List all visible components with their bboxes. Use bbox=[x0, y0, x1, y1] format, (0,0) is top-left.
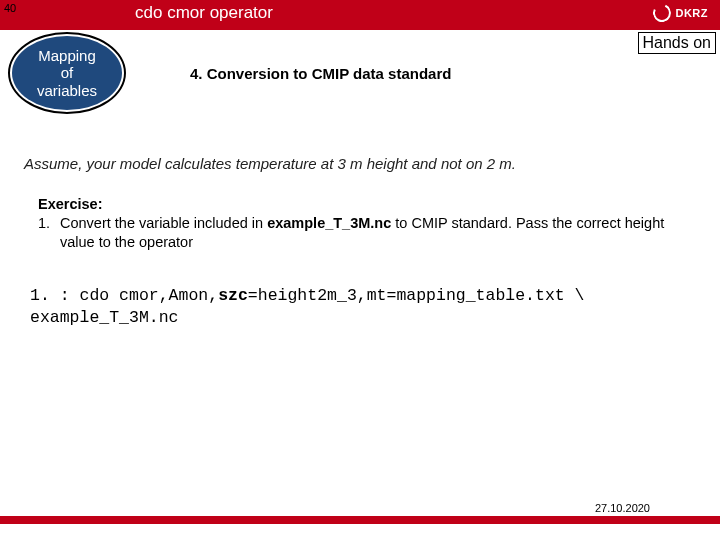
slide-number: 40 bbox=[4, 2, 16, 14]
exercise-block: Exercise: 1. Convert the variable includ… bbox=[38, 195, 682, 252]
background-swoosh bbox=[0, 120, 720, 540]
badge-line3: variables bbox=[37, 82, 97, 99]
section-subtitle: 4. Conversion to CMIP data standard bbox=[190, 65, 451, 82]
badge-line2: of bbox=[61, 64, 74, 81]
exercise-body: Convert the variable included in example… bbox=[60, 214, 682, 252]
assumption-text: Assume, your model calculates temperatur… bbox=[24, 155, 516, 172]
header-bar bbox=[0, 0, 720, 30]
exercise-label: Exercise: bbox=[38, 195, 682, 214]
exercise-text-before: Convert the variable included in bbox=[60, 215, 267, 231]
command-prefix: 1. : cdo cmor,Amon, bbox=[30, 286, 218, 305]
command-block: 1. : cdo cmor,Amon,szc=height2m_3,mt=map… bbox=[30, 285, 690, 330]
footer-date: 27.10.2020 bbox=[595, 502, 650, 514]
badge-text: Mapping of variables bbox=[37, 47, 97, 99]
slide-title: cdo cmor operator bbox=[135, 3, 273, 23]
footer-bar bbox=[0, 516, 720, 524]
logo-text: DKRZ bbox=[675, 7, 708, 19]
exercise-item: 1. Convert the variable included in exam… bbox=[38, 214, 682, 252]
org-logo: DKRZ bbox=[653, 4, 708, 22]
ellipse-fill: Mapping of variables bbox=[12, 36, 122, 110]
mapping-badge: Mapping of variables bbox=[8, 32, 126, 114]
command-keyword: szc bbox=[218, 286, 248, 305]
exercise-number: 1. bbox=[38, 214, 60, 252]
logo-ring-icon bbox=[651, 1, 674, 24]
hands-on-label: Hands on bbox=[638, 32, 717, 54]
exercise-filename: example_T_3M.nc bbox=[267, 215, 391, 231]
badge-line1: Mapping bbox=[38, 47, 96, 64]
slide: 40 cdo cmor operator DKRZ Mapping of var… bbox=[0, 0, 720, 540]
